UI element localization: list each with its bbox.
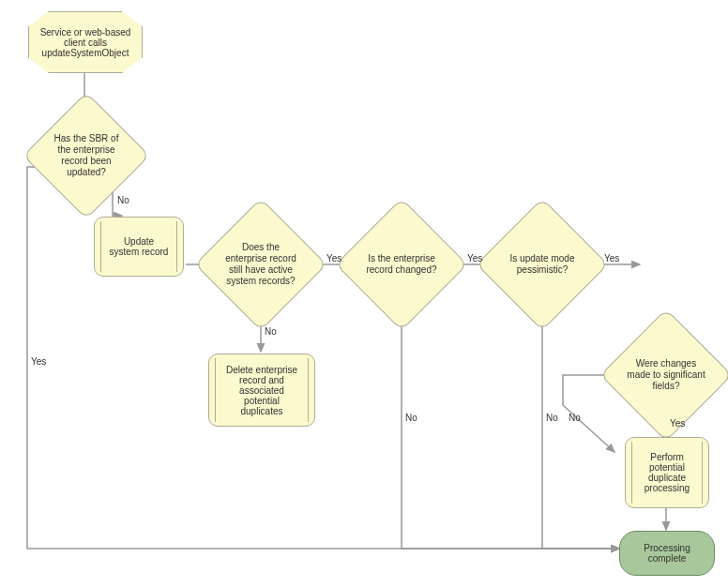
d2-text: Does the enterprise record still have ac… [214, 234, 308, 294]
d5-text: Were changes made to significant fields? [619, 351, 713, 399]
p1-text: Update system record [108, 236, 170, 257]
lbl-d1-yes: Yes [31, 356, 46, 367]
lbl-d2-no: No [265, 326, 277, 337]
process-duplicate: Perform potential duplicate processing [625, 437, 709, 508]
lbl-d4-yes: Yes [604, 253, 619, 263]
decision-active: Does the enterprise record still have ac… [214, 218, 308, 311]
end-text: Processing complete [633, 543, 701, 564]
p2-text: Delete enterprise record and associated … [222, 365, 301, 416]
p3-text: Perform potential duplicate processing [639, 452, 695, 493]
decision-sbr: Has the SBR of the enterprise record bee… [41, 111, 131, 201]
lbl-d3-no: No [405, 413, 417, 423]
lbl-d4-no: No [546, 413, 558, 423]
lbl-d2-yes: Yes [326, 253, 341, 263]
lbl-d5-yes: Yes [670, 418, 685, 429]
process-delete: Delete enterprise record and associated … [208, 354, 315, 427]
d3-text: Is the enterprise record changed? [355, 246, 448, 283]
lbl-d5-no: No [569, 413, 581, 423]
decision-changed: Is the enterprise record changed? [355, 218, 448, 311]
d1-text: Has the SBR of the enterprise record bee… [41, 126, 131, 186]
end-node: Processing complete [619, 531, 715, 576]
lbl-d3-yes: Yes [467, 253, 482, 263]
start-node: Service or web-based client calls update… [28, 11, 143, 73]
process-update: Update system record [94, 217, 184, 277]
d4-text: Is update mode pessimistic? [495, 246, 589, 283]
decision-pessimistic: Is update mode pessimistic? [495, 218, 589, 311]
start-text: Service or web-based client calls update… [29, 27, 142, 58]
decision-significant: Were changes made to significant fields? [619, 328, 713, 422]
lbl-d1-no: No [117, 195, 129, 205]
